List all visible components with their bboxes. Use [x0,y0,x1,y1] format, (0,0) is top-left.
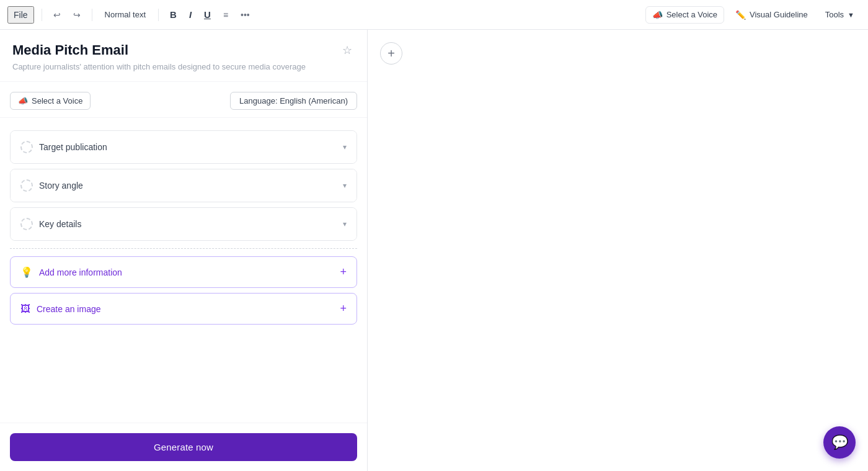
tools-button[interactable]: Tools ▼ [819,7,861,22]
dashed-circle-icon [20,141,33,153]
dashed-divider [10,248,357,249]
chevron-down-icon-1: ▾ [343,143,347,151]
accordion-label-key-details: Key details [39,219,81,229]
chat-icon: 💬 [831,434,848,451]
add-more-information-button[interactable]: 💡 Add more information + [10,256,357,288]
plus-icon: + [388,47,395,61]
panel-header: Media Pitch Email Capture journalists' a… [0,30,367,82]
accordion-left-2: Story angle [20,179,83,192]
create-image-button[interactable]: 🖼 Create an image + [10,293,357,325]
generate-now-button[interactable]: Generate now [10,433,357,461]
panel-title: Media Pitch Email [12,42,306,58]
more-icon: ••• [241,10,250,20]
create-image-label: Create an image [37,304,101,314]
right-panel: + [368,30,868,471]
voice-btn-label: Select a Voice [32,96,82,105]
left-panel: Media Pitch Email Capture journalists' a… [0,30,368,471]
create-image-plus-icon: + [340,302,347,315]
image-icon: 🖼 [20,303,30,315]
undo-button[interactable]: ↩ [50,7,64,22]
underline-button[interactable]: U [200,7,215,22]
chevron-down-icon-2: ▾ [343,181,347,190]
tools-chevron-icon: ▼ [848,11,854,19]
action-btn-left-2: 🖼 Create an image [20,303,101,315]
bold-button[interactable]: B [166,7,180,22]
lightbulb-icon: 💡 [20,266,33,278]
dashed-circle-icon-2 [20,179,33,192]
accordion-section: Target publication ▾ Story angle ▾ [10,130,357,241]
toolbar-divider-2 [92,9,92,21]
top-toolbar: File ↩ ↪ Normal text B I U ≡ ••• 📣 Selec… [0,0,868,30]
toolbar-divider-1 [42,9,42,21]
left-panel-content: Target publication ▾ Story angle ▾ [0,118,367,471]
redo-icon: ↪ [73,10,81,20]
list-icon: ≡ [223,10,228,20]
select-voice-button[interactable]: 📣 Select a Voice [10,92,91,110]
panel-toolbar: 📣 Select a Voice Language: English (Amer… [0,82,367,118]
accordion-left: Target publication [20,141,107,153]
generate-footer: Generate now [0,423,367,471]
dashed-circle-icon-3 [20,218,33,230]
list-button[interactable]: ≡ [219,7,232,22]
accordion-header-key-details[interactable]: Key details ▾ [11,208,356,240]
accordion-item-story-angle: Story angle ▾ [10,169,357,202]
tools-label: Tools [825,10,844,19]
panel-subtitle: Capture journalists' attention with pitc… [12,62,306,71]
accordion-left-3: Key details [20,218,81,230]
accordion-item-target-publication: Target publication ▾ [10,130,357,164]
star-icon: ☆ [342,44,352,56]
main-layout: Media Pitch Email Capture journalists' a… [0,30,868,471]
action-btn-left-1: 💡 Add more information [20,266,122,278]
toolbar-divider-3 [158,9,159,21]
toolbar-select-voice-button[interactable]: 📣 Select a Voice [645,6,724,24]
add-content-button[interactable]: + [380,42,402,65]
more-options-button[interactable]: ••• [237,7,254,22]
redo-button[interactable]: ↪ [69,7,84,22]
chevron-down-icon-3: ▾ [343,220,347,228]
voice-megaphone-icon: 📣 [18,96,28,105]
star-button[interactable]: ☆ [340,42,355,58]
file-menu-button[interactable]: File [7,6,34,24]
accordion-item-key-details: Key details ▾ [10,207,357,241]
visual-guideline-button[interactable]: ✏️ Visual Guideline [729,7,814,23]
add-more-label: Add more information [39,267,122,277]
undo-icon: ↩ [53,10,61,20]
italic-button[interactable]: I [185,7,195,22]
pen-icon: ✏️ [735,10,746,20]
chat-bubble-button[interactable]: 💬 [823,426,856,459]
visual-guideline-label: Visual Guideline [750,10,808,19]
language-btn-label: Language: English (American) [239,96,348,105]
accordion-header-target-publication[interactable]: Target publication ▾ [11,131,356,163]
accordion-label-target-publication: Target publication [39,142,107,152]
add-more-plus-icon: + [340,266,347,279]
accordion-header-story-angle[interactable]: Story angle ▾ [11,169,356,202]
megaphone-icon: 📣 [652,10,663,20]
language-button[interactable]: Language: English (American) [230,92,357,110]
accordion-label-story-angle: Story angle [39,181,83,191]
toolbar-select-voice-label: Select a Voice [666,10,717,19]
text-style-selector[interactable]: Normal text [100,7,151,22]
